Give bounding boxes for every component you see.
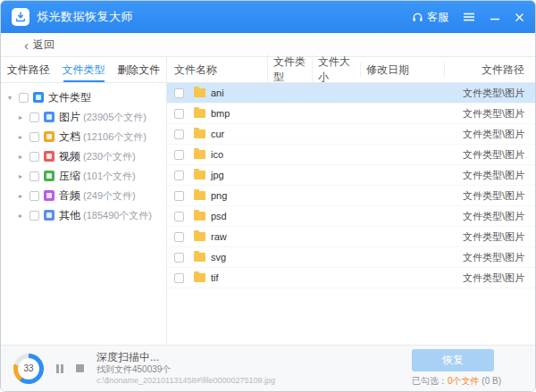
file-path-cell: 文件类型\图片	[444, 169, 535, 182]
file-name: bmp	[211, 108, 230, 119]
tree-item-archives[interactable]: ▸ 压缩 (101个文件)	[1, 166, 166, 186]
table-row[interactable]: bmp 文件类型\图片	[167, 104, 535, 124]
app-window: 烁光数据恢复大师 客服	[0, 0, 536, 392]
recover-area: 恢复 已勾选：0个文件 (0 B)	[412, 349, 501, 388]
file-type-icon	[33, 92, 44, 103]
checked-prefix: 已勾选：	[412, 376, 448, 386]
table-row[interactable]: jpg 文件类型\图片	[167, 165, 535, 186]
archives-category-icon	[44, 171, 54, 181]
row-checkbox[interactable]	[174, 191, 184, 201]
row-checkbox[interactable]	[174, 109, 184, 119]
pause-button[interactable]	[54, 363, 65, 375]
tree-item-checkbox[interactable]	[29, 191, 39, 201]
tree-item-audio[interactable]: ▸ 音频 (249个文件)	[1, 186, 166, 205]
headset-icon	[412, 12, 423, 23]
file-path-cell: 文件类型\图片	[444, 271, 535, 285]
stop-icon	[76, 364, 84, 372]
hamburger-icon	[463, 12, 475, 22]
titlebar-right: 客服	[412, 10, 524, 25]
audio-category-icon	[44, 190, 54, 201]
tree-root-checkbox[interactable]	[19, 93, 29, 103]
file-name: ico	[211, 149, 223, 160]
stop-button[interactable]	[74, 363, 86, 374]
expand-arrow-icon[interactable]: ▸	[19, 172, 29, 180]
row-checkbox[interactable]	[174, 273, 184, 283]
checked-summary: 已勾选：0个文件 (0 B)	[412, 375, 501, 388]
pause-icon	[56, 364, 63, 373]
table-row[interactable]: tif 文件类型\图片	[167, 268, 535, 288]
recover-button[interactable]: 恢复	[412, 349, 494, 371]
header-file-type: 文件类型	[267, 54, 312, 85]
row-checkbox[interactable]	[174, 253, 184, 263]
file-path-cell: 文件类型\图片	[444, 107, 535, 121]
table-row[interactable]: ico 文件类型\图片	[167, 145, 535, 165]
collapse-arrow-icon[interactable]: ▾	[8, 94, 19, 102]
table-row[interactable]: psd 文件类型\图片	[167, 206, 535, 227]
row-checkbox[interactable]	[174, 88, 184, 98]
table-row[interactable]: raw 文件类型\图片	[167, 227, 535, 247]
expand-arrow-icon[interactable]: ▸	[19, 192, 29, 200]
file-path-cell: 文件类型\图片	[444, 251, 535, 264]
file-count: (185490个文件)	[83, 209, 152, 222]
videos-category-icon	[44, 151, 54, 162]
back-bar: ‹ 返回	[1, 33, 535, 57]
tab-file-type[interactable]: 文件类型	[56, 57, 112, 82]
table-row[interactable]: png 文件类型\图片	[167, 186, 535, 206]
tab-file-path[interactable]: 文件路径	[1, 57, 56, 82]
folder-icon	[194, 253, 205, 262]
file-count: (249个文件)	[83, 189, 136, 203]
file-path-cell: 文件类型\图片	[444, 210, 535, 223]
file-name: tif	[211, 272, 219, 283]
scan-progress-ring: 33	[13, 354, 44, 384]
back-label: 返回	[33, 38, 54, 53]
table-header: 文件名称 文件类型 文件大小 修改日期 文件路径	[167, 57, 535, 83]
tree-root-file-type[interactable]: ▾ 文件类型	[1, 88, 166, 107]
header-file-name: 文件名称	[167, 63, 267, 78]
expand-arrow-icon[interactable]: ▸	[19, 113, 29, 121]
folder-icon	[194, 273, 205, 282]
expand-arrow-icon[interactable]: ▸	[19, 133, 29, 141]
file-path-cell: 文件类型\图片	[444, 189, 535, 203]
tree-item-images[interactable]: ▸ 图片 (23905个文件)	[1, 107, 166, 127]
close-button[interactable]	[515, 13, 524, 22]
table-row[interactable]: svg 文件类型\图片	[167, 247, 535, 268]
checked-size: (0 B)	[482, 376, 501, 386]
minimize-button[interactable]	[490, 12, 500, 22]
tab-deleted-files[interactable]: 删除文件	[111, 57, 166, 82]
titlebar: 烁光数据恢复大师 客服	[1, 1, 535, 33]
tree-item-videos[interactable]: ▸ 视频 (230个文件)	[1, 146, 166, 166]
file-name: ani	[211, 88, 224, 98]
others-category-icon	[44, 210, 54, 221]
row-checkbox[interactable]	[174, 232, 184, 242]
tree-item-checkbox[interactable]	[29, 171, 39, 181]
file-count: (12106个文件)	[83, 130, 147, 144]
close-icon	[515, 13, 524, 22]
table-row[interactable]: cur 文件类型\图片	[167, 124, 535, 145]
tree-item-others[interactable]: ▸ 其他 (185490个文件)	[1, 205, 166, 225]
row-checkbox[interactable]	[174, 212, 184, 221]
tree-item-checkbox[interactable]	[29, 132, 39, 142]
tree-item-checkbox[interactable]	[29, 152, 39, 162]
folder-icon	[194, 171, 205, 179]
expand-arrow-icon[interactable]: ▸	[19, 153, 29, 161]
menu-button[interactable]	[463, 12, 475, 22]
row-checkbox[interactable]	[174, 171, 184, 180]
expand-arrow-icon[interactable]: ▸	[19, 212, 29, 220]
table-row[interactable]: ani 文件类型\图片	[167, 83, 535, 104]
tree-item-checkbox[interactable]	[29, 113, 39, 122]
row-checkbox[interactable]	[174, 150, 184, 160]
folder-icon	[194, 129, 205, 138]
file-count: (23905个文件)	[83, 111, 147, 124]
scan-status-title: 深度扫描中...	[96, 351, 275, 364]
header-modified-date: 修改日期	[360, 63, 444, 78]
row-checkbox[interactable]	[174, 129, 184, 139]
checked-count: 0个文件	[448, 376, 480, 386]
tree-item-checkbox[interactable]	[29, 211, 39, 221]
scan-progress-value: 33	[18, 358, 39, 379]
file-table: 文件名称 文件类型 文件大小 修改日期 文件路径 ani 文件类型\图片 bmp…	[167, 57, 535, 345]
tree-item-documents[interactable]: ▸ 文档 (12106个文件)	[1, 127, 166, 146]
folder-icon	[194, 109, 205, 118]
back-chevron-icon: ‹	[24, 38, 29, 52]
support-button[interactable]: 客服	[412, 10, 448, 25]
back-button[interactable]: ‹ 返回	[24, 38, 54, 53]
